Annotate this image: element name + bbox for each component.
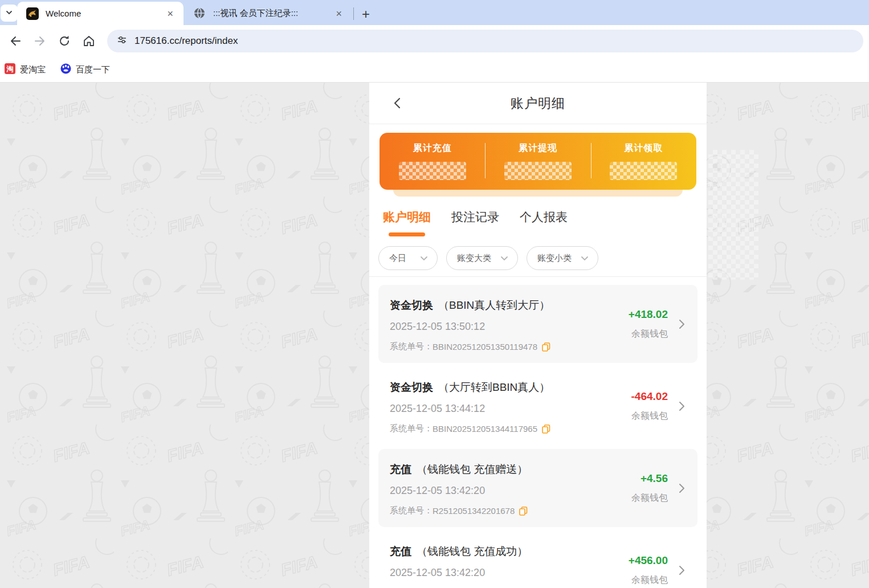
transaction-amount-block: +456.00 余额钱包	[629, 531, 668, 588]
wallet-label: 余额钱包	[631, 492, 668, 504]
censored-value	[504, 162, 572, 180]
transaction-amount-block: +4.56 余额钱包	[631, 449, 668, 527]
site-info-icon[interactable]	[116, 34, 128, 48]
copy-icon[interactable]	[519, 507, 528, 516]
summary-total-withdraw: 累计提现	[485, 133, 590, 190]
section-tabs: 账户明细 投注记录 个人报表	[369, 197, 707, 236]
censored-value	[610, 162, 677, 180]
tab-close-icon[interactable]: ×	[165, 7, 176, 20]
amount: -464.02	[631, 390, 668, 403]
active-tab-underline	[389, 232, 425, 236]
url-text[interactable]: 175616.cc/reports/index	[134, 35, 238, 47]
bookmark-label: 百度一下	[76, 64, 110, 75]
back-chevron-icon[interactable]	[385, 83, 410, 124]
amount: +4.56	[640, 472, 668, 485]
transaction-row[interactable]: 充值（钱能钱包 充值赠送） 2025-12-05 13:42:20 系统单号：R…	[378, 449, 697, 527]
reload-icon[interactable]	[55, 31, 74, 51]
filter-minor-category[interactable]: 账变小类	[527, 246, 598, 270]
filter-date[interactable]: 今日	[378, 246, 438, 270]
censored-patch	[708, 150, 758, 280]
summary-total-claimed: 累计领取	[591, 133, 696, 190]
tab-search-button[interactable]	[1, 5, 18, 22]
tab-close-icon[interactable]: ×	[333, 7, 344, 20]
copy-icon[interactable]	[542, 342, 550, 352]
tab-title: Welcome	[46, 9, 165, 18]
wallet-label: 余额钱包	[631, 410, 668, 422]
transaction-row[interactable]: 资金切换（BBIN真人转到大厅） 2025-12-05 13:50:12 系统单…	[378, 285, 697, 363]
wallet-label: 余额钱包	[631, 574, 668, 586]
amount: +418.02	[629, 308, 668, 321]
tab-personal-report[interactable]: 个人报表	[520, 209, 568, 225]
transaction-row[interactable]: 资金切换（大厅转到BBIN真人） 2025-12-05 13:44:12 系统单…	[378, 367, 697, 445]
url-bar[interactable]: 175616.cc/reports/index	[107, 30, 863, 52]
chevron-down-icon	[5, 9, 13, 18]
amount: +456.00	[629, 554, 668, 567]
wallet-label: 余额钱包	[631, 328, 668, 340]
chevron-right-icon[interactable]	[675, 317, 688, 333]
svg-text:淘: 淘	[6, 65, 14, 73]
page-title: 账户明细	[511, 95, 565, 112]
summary-divider	[485, 143, 486, 178]
tab-account-detail[interactable]: 账户明细	[383, 209, 431, 236]
tab-welcome[interactable]: Welcome ×	[17, 2, 183, 25]
bookmarks-bar: 淘 爱淘宝 百度一下	[0, 57, 869, 83]
taobao-icon: 淘	[5, 63, 15, 76]
page-content: FIFA FIFA 账户明细 累计充值	[0, 83, 869, 588]
chevron-right-icon[interactable]	[675, 399, 688, 415]
new-tab-button[interactable]: +	[357, 7, 374, 21]
account-detail-panel: 账户明细 累计充值 累计提现 累计领取	[369, 83, 707, 588]
baidu-icon	[60, 63, 71, 76]
tab-bet-records[interactable]: 投注记录	[451, 209, 499, 225]
browser-window: Welcome × :::视讯 会员下注纪录::: × +	[0, 0, 869, 588]
summary-label: 累计领取	[624, 142, 663, 154]
summary-label: 累计充值	[413, 142, 452, 154]
browser-toolbar: 175616.cc/reports/index	[0, 25, 869, 57]
chevron-down-icon	[500, 254, 508, 263]
tab-title: :::视讯 会员下注纪录:::	[213, 8, 333, 19]
globe-icon	[194, 7, 206, 20]
panel-header: 账户明细	[369, 83, 707, 124]
forward-icon[interactable]	[30, 31, 50, 51]
summary-card: 累计充值 累计提现 累计领取	[380, 133, 696, 190]
bookmark-label: 爱淘宝	[20, 64, 46, 75]
chevron-right-icon[interactable]	[675, 564, 688, 579]
tab-strip: Welcome × :::视讯 会员下注纪录::: × +	[0, 0, 869, 25]
filter-row: 今日 账变大类 账变小类	[369, 236, 707, 270]
back-icon[interactable]	[6, 31, 25, 51]
bookmark-aitaobao[interactable]: 淘 爱淘宝	[5, 63, 46, 76]
summary-total-deposit: 累计充值	[380, 133, 485, 190]
tab-betting-records[interactable]: :::视讯 会员下注纪录::: ×	[183, 2, 352, 25]
transaction-amount-block: +418.02 余额钱包	[629, 285, 668, 363]
transaction-amount-block: -464.02 余额钱包	[631, 367, 668, 445]
summary-divider	[591, 143, 591, 178]
summary-card-shadow	[393, 190, 683, 197]
copy-icon[interactable]	[542, 424, 550, 434]
chevron-down-icon	[581, 254, 589, 263]
gold-lion-favicon	[26, 7, 39, 20]
transaction-list: 资金切换（BBIN真人转到大厅） 2025-12-05 13:50:12 系统单…	[369, 277, 707, 588]
bookmark-baidu[interactable]: 百度一下	[60, 63, 110, 76]
transaction-row[interactable]: 充值（钱能钱包 充值成功） 2025-12-05 13:42:20 系统单号：R…	[378, 531, 697, 588]
chevron-right-icon[interactable]	[675, 481, 688, 497]
filter-major-category[interactable]: 账变大类	[446, 246, 518, 270]
censored-value	[399, 162, 466, 180]
summary-label: 累计提现	[519, 142, 557, 154]
home-icon[interactable]	[79, 31, 99, 51]
chevron-down-icon	[420, 254, 428, 263]
tab-strip-divider	[353, 7, 354, 20]
